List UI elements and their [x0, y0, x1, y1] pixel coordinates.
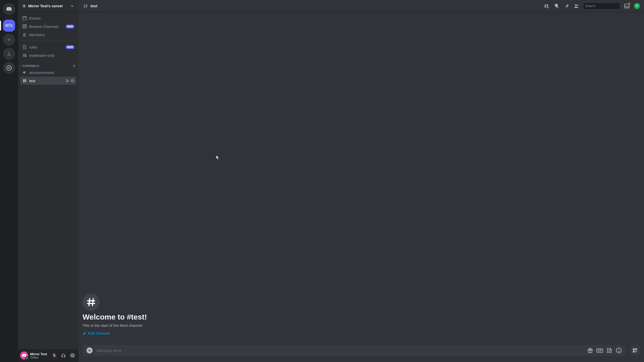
gift-button[interactable] [587, 347, 593, 353]
search-box[interactable] [584, 3, 620, 9]
notifications-button[interactable] [553, 3, 559, 9]
message-composer[interactable]: GIF [83, 345, 626, 356]
download-icon [6, 51, 12, 57]
notification-dot [628, 3, 630, 5]
mute-mic-button[interactable] [50, 351, 58, 359]
user-name: Mirror Test [30, 352, 48, 356]
user-settings-button[interactable] [68, 351, 76, 359]
channel-test[interactable]: test [20, 77, 76, 85]
show-members-button[interactable] [574, 3, 580, 9]
nav-label: Events [29, 16, 74, 20]
bell-muted-icon [553, 3, 559, 9]
svg-point-10 [575, 4, 577, 6]
threads-button[interactable] [543, 3, 549, 9]
inbox-button[interactable] [624, 3, 630, 9]
members-icon [574, 3, 580, 9]
svg-point-5 [25, 27, 27, 28]
server-initials: MTs [5, 23, 13, 28]
apps-launcher-button[interactable] [630, 345, 640, 355]
browse-channels-link[interactable]: Browse Channels NEW [20, 22, 76, 30]
attach-button[interactable] [87, 347, 93, 353]
channel-label: rules [29, 45, 64, 49]
sidebar-divider [21, 41, 76, 41]
add-server-button[interactable] [3, 34, 15, 46]
user-panel: Mirror Test Online [18, 349, 78, 362]
dm-button[interactable] [3, 3, 15, 15]
edit-channel-label: Edit Channel [88, 331, 110, 335]
deafen-button[interactable] [59, 351, 67, 359]
user-status: Online [30, 356, 48, 359]
discord-logo-icon [6, 6, 12, 12]
channel-label: test [29, 79, 63, 83]
search-input[interactable] [585, 4, 627, 8]
sticker-icon [606, 347, 612, 353]
invite-people-icon[interactable] [65, 79, 69, 83]
chat-body: Welcome to #test! This is the start of t… [78, 12, 644, 345]
edit-channel-button[interactable]: Edit Channel [83, 330, 110, 337]
guild-divider [5, 17, 13, 18]
svg-point-7 [25, 33, 26, 34]
emoji-icon [616, 347, 622, 353]
gear-icon[interactable] [70, 79, 74, 83]
add-channel-icon[interactable] [72, 64, 76, 68]
svg-point-18 [616, 348, 621, 353]
members-link[interactable]: Members [20, 31, 76, 39]
guild-bar: MTs [0, 0, 18, 362]
svg-point-20 [619, 350, 620, 350]
pencil-icon [83, 331, 87, 335]
server-name: Mirror Test's server [28, 4, 70, 8]
channel-announcement[interactable]: announcement [20, 68, 76, 76]
new-badge: NEW [66, 25, 74, 28]
category-name: CHANNELS [23, 64, 71, 67]
svg-rect-21 [633, 348, 635, 350]
svg-point-19 [618, 350, 619, 350]
download-apps-button[interactable] [3, 48, 15, 60]
svg-rect-1 [23, 17, 27, 20]
hash-shield-icon [22, 53, 27, 58]
chevron-down-icon [70, 4, 74, 8]
chat-header: test ? [78, 0, 644, 12]
user-avatar[interactable] [20, 351, 28, 359]
nav-label: Members [29, 33, 74, 37]
megaphone-icon [22, 70, 27, 75]
explore-servers-button[interactable] [3, 62, 15, 74]
members-icon [22, 32, 27, 37]
channel-rules[interactable]: rules NEW [20, 43, 76, 51]
sticker-button[interactable] [606, 347, 612, 353]
server-pill-selected[interactable]: MTs [3, 20, 15, 32]
pinned-messages-button[interactable] [564, 3, 570, 9]
svg-rect-2 [23, 25, 24, 26]
calendar-icon [22, 16, 27, 21]
category-header-channels[interactable]: CHANNELS [18, 60, 78, 68]
message-input[interactable] [97, 348, 583, 353]
gif-label: GIF [596, 348, 603, 353]
channel-moderator-only[interactable]: moderator-only [20, 51, 76, 59]
svg-rect-23 [633, 351, 635, 352]
hash-icon [22, 78, 27, 83]
selection-indicator [0, 21, 1, 31]
svg-point-11 [577, 5, 578, 6]
chevron-down-small-icon [19, 64, 22, 67]
new-badge: NEW [66, 45, 74, 49]
svg-rect-3 [25, 25, 27, 26]
help-button[interactable]: ? [634, 3, 640, 9]
hash-large-icon [86, 297, 96, 307]
server-header[interactable]: Mirror Test's server [18, 0, 78, 12]
svg-rect-22 [635, 348, 637, 350]
plus-icon [88, 348, 92, 352]
help-symbol: ? [636, 4, 638, 8]
welcome-title: Welcome to #test! [83, 313, 640, 321]
svg-rect-4 [23, 27, 24, 28]
chat-title: test [91, 4, 541, 8]
apps-icon [632, 348, 638, 353]
events-link[interactable]: Events [20, 14, 76, 22]
status-online-indicator [25, 356, 29, 360]
svg-point-8 [67, 79, 68, 80]
browse-icon [22, 24, 27, 29]
emoji-button[interactable] [616, 347, 622, 353]
channel-list-scroll: Events Browse Channels NEW Members rules… [18, 12, 78, 349]
gift-icon [587, 347, 593, 353]
welcome-hash-circle [83, 294, 100, 311]
gif-button[interactable]: GIF [597, 347, 603, 353]
user-info[interactable]: Mirror Test Online [30, 352, 48, 359]
